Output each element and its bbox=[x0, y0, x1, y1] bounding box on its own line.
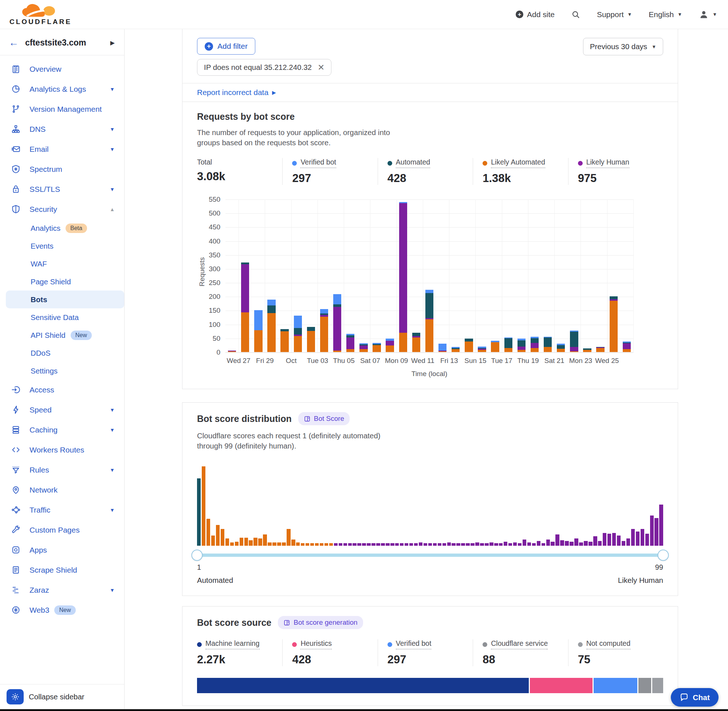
sidebar-item-apps[interactable]: Apps bbox=[0, 540, 124, 560]
score-bar-29[interactable] bbox=[329, 543, 333, 546]
score-bar-94[interactable] bbox=[636, 531, 639, 546]
score-bar-93[interactable] bbox=[631, 529, 635, 546]
score-bar-75[interactable] bbox=[546, 540, 550, 546]
score-bar-50[interactable] bbox=[428, 543, 432, 546]
sidebar-item-custom-pages[interactable]: Custom Pages bbox=[0, 520, 124, 540]
score-bar-44[interactable] bbox=[400, 543, 403, 546]
score-bar-88[interactable] bbox=[607, 534, 611, 546]
chevron-down-icon[interactable]: ▼ bbox=[109, 587, 115, 593]
score-bar-63[interactable] bbox=[489, 543, 493, 546]
stacked-bar-day-2[interactable] bbox=[241, 263, 249, 352]
score-bar-10[interactable] bbox=[240, 538, 243, 546]
sidebar-item-ssl-tls[interactable]: SSL/TLS▼ bbox=[0, 179, 124, 199]
stacked-bar-day-3[interactable] bbox=[254, 310, 262, 352]
bot-score-doc-badge[interactable]: Bot Score bbox=[298, 412, 350, 425]
bot-score-generation-doc-badge[interactable]: Bot score generation bbox=[278, 616, 363, 629]
score-bar-79[interactable] bbox=[565, 541, 569, 546]
score-bar-7[interactable] bbox=[226, 538, 229, 546]
stat-label[interactable]: Verified bot bbox=[300, 158, 336, 168]
slider-handle-max[interactable] bbox=[658, 550, 669, 561]
stacked-bar-day-23[interactable] bbox=[517, 339, 526, 352]
score-bar-46[interactable] bbox=[409, 543, 413, 546]
sidebar-item-caching[interactable]: Caching▼ bbox=[0, 420, 124, 440]
stacked-bar-day-21[interactable] bbox=[491, 341, 499, 352]
score-bar-31[interactable] bbox=[339, 543, 342, 546]
score-bar-42[interactable] bbox=[390, 543, 394, 546]
stat-label[interactable]: Heuristics bbox=[300, 639, 332, 649]
stacked-bar-day-8[interactable] bbox=[320, 309, 328, 352]
sidebar-item-workers-routes[interactable]: Workers Routes bbox=[0, 440, 124, 460]
score-bar-19[interactable] bbox=[282, 543, 285, 546]
score-bar-70[interactable] bbox=[523, 540, 526, 546]
score-bar-56[interactable] bbox=[456, 543, 460, 546]
sidebar-item-dns[interactable]: DNS▼ bbox=[0, 119, 124, 139]
score-bar-74[interactable] bbox=[542, 543, 545, 546]
score-bar-5[interactable] bbox=[216, 525, 220, 546]
score-bar-22[interactable] bbox=[296, 543, 300, 546]
score-bar-3[interactable] bbox=[207, 519, 210, 546]
chevron-down-icon[interactable]: ▼ bbox=[109, 146, 115, 152]
filter-chip[interactable]: IP does not equal 35.212.240.32 ✕ bbox=[197, 59, 331, 76]
sidebar-item-version-management[interactable]: Version Management bbox=[0, 99, 124, 119]
chevron-down-icon[interactable]: ▼ bbox=[109, 507, 115, 513]
sidebar-item-email[interactable]: Email▼ bbox=[0, 139, 124, 159]
stacked-bar-day-31[interactable] bbox=[623, 341, 631, 352]
chevron-up-icon[interactable]: ▲ bbox=[109, 207, 115, 212]
source-segment-cloudflare-service[interactable] bbox=[638, 678, 651, 693]
sidebar-item-zaraz[interactable]: Zaraz▼ bbox=[0, 580, 124, 600]
sidebar-item-bots[interactable]: Bots bbox=[0, 291, 124, 308]
score-bar-51[interactable] bbox=[433, 543, 437, 546]
score-bar-38[interactable] bbox=[371, 543, 375, 546]
score-bar-12[interactable] bbox=[249, 540, 253, 546]
date-range-dropdown[interactable]: Previous 30 days ▼ bbox=[583, 38, 663, 55]
score-bar-41[interactable] bbox=[386, 543, 389, 546]
score-bar-83[interactable] bbox=[584, 541, 588, 546]
sidebar-item-access[interactable]: Access bbox=[0, 380, 124, 400]
score-bar-62[interactable] bbox=[485, 543, 488, 546]
score-bar-86[interactable] bbox=[598, 541, 602, 546]
score-bar-47[interactable] bbox=[414, 543, 418, 546]
stacked-bar-day-15[interactable] bbox=[412, 333, 420, 352]
score-bar-20[interactable] bbox=[286, 529, 290, 546]
score-bar-37[interactable] bbox=[367, 543, 371, 546]
score-bar-78[interactable] bbox=[560, 540, 564, 546]
score-bar-84[interactable] bbox=[589, 542, 592, 546]
stacked-bar-day-25[interactable] bbox=[544, 337, 552, 352]
score-bar-43[interactable] bbox=[395, 543, 399, 546]
score-bar-72[interactable] bbox=[532, 543, 536, 546]
score-bar-4[interactable] bbox=[211, 535, 215, 546]
score-bar-66[interactable] bbox=[504, 542, 507, 546]
stacked-bar-day-22[interactable] bbox=[504, 338, 512, 352]
close-icon[interactable]: ✕ bbox=[317, 63, 325, 72]
score-bar-98[interactable] bbox=[654, 518, 658, 546]
sidebar-item-ddos[interactable]: DDoS bbox=[0, 344, 124, 362]
score-bar-6[interactable] bbox=[221, 529, 224, 546]
sidebar-item-api-shield[interactable]: API ShieldNew bbox=[0, 326, 124, 344]
sidebar-item-web3[interactable]: Web3New bbox=[0, 600, 124, 620]
score-bar-23[interactable] bbox=[301, 543, 304, 546]
stacked-bar-day-18[interactable] bbox=[452, 347, 459, 352]
support-menu[interactable]: Support ▼ bbox=[597, 10, 632, 19]
chevron-down-icon[interactable]: ▼ bbox=[109, 186, 115, 192]
score-bar-9[interactable] bbox=[235, 542, 239, 546]
stacked-bar-day-11[interactable] bbox=[359, 343, 368, 352]
score-bar-67[interactable] bbox=[508, 543, 512, 546]
sidebar-item-spectrum[interactable]: Spectrum bbox=[0, 159, 124, 179]
sidebar-item-analytics-logs[interactable]: Analytics & Logs▼ bbox=[0, 79, 124, 99]
stacked-bar-day-19[interactable] bbox=[465, 339, 473, 352]
stacked-bar-day-1[interactable] bbox=[228, 351, 236, 352]
search-button[interactable] bbox=[571, 10, 580, 19]
account-menu[interactable]: ▼ bbox=[699, 9, 717, 19]
score-bar-60[interactable] bbox=[475, 543, 479, 546]
stacked-bar-day-9[interactable] bbox=[333, 294, 341, 352]
score-bar-80[interactable] bbox=[570, 542, 573, 546]
stat-label[interactable]: Cloudflare service bbox=[491, 639, 548, 649]
source-segment-heuristics[interactable] bbox=[530, 678, 592, 693]
sidebar-item-overview[interactable]: Overview bbox=[0, 59, 124, 79]
score-bar-16[interactable] bbox=[268, 543, 271, 546]
stacked-bar-day-27[interactable] bbox=[570, 330, 578, 352]
stat-label[interactable]: Automated bbox=[396, 158, 430, 168]
score-bar-54[interactable] bbox=[447, 543, 451, 546]
stat-label[interactable]: Likely Automated bbox=[491, 158, 545, 168]
score-bar-99[interactable] bbox=[659, 504, 663, 546]
